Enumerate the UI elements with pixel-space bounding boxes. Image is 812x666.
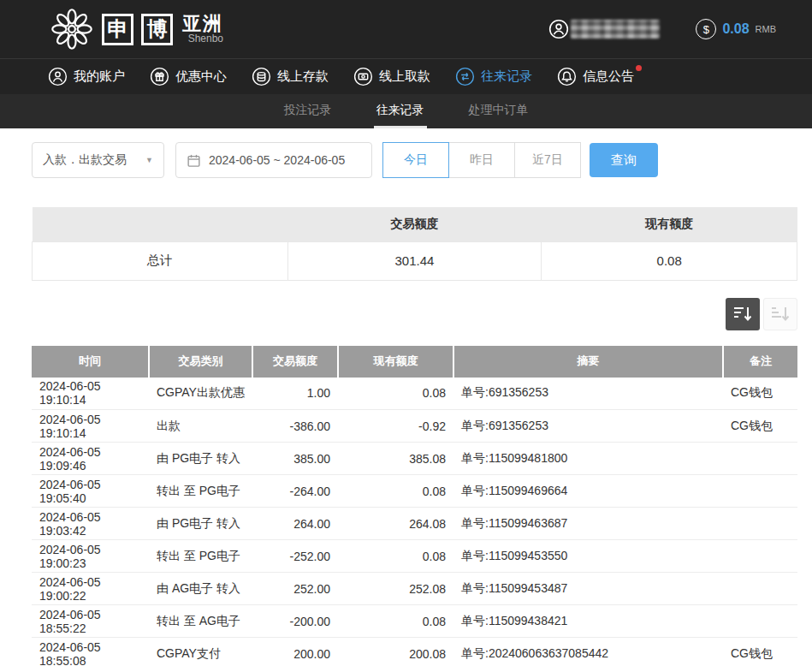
- balance-currency: RMB: [756, 24, 776, 34]
- sort-descending-button[interactable]: [726, 298, 760, 330]
- tab-betting-records[interactable]: 投注记录: [282, 94, 335, 128]
- table-row: 2024-06-05 19:03:42 由 PG电子 转入 264.00 264…: [32, 508, 797, 540]
- flower-logo-icon: [50, 7, 94, 51]
- cell-transaction-amount: -264.00: [252, 475, 338, 508]
- cell-type: 由 PG电子 转入: [149, 508, 252, 540]
- cell-current-amount: -0.92: [338, 410, 453, 443]
- tab-label: 往来记录: [376, 103, 424, 118]
- nav-item-records[interactable]: 往来记录: [455, 67, 532, 86]
- cell-type: 转出 至 AG电子: [149, 605, 252, 638]
- summary-total-label: 总计: [33, 241, 288, 280]
- cell-summary: 单号:115099438421: [453, 605, 723, 638]
- summary-total-row: 总计 301.44 0.08: [33, 241, 797, 280]
- balance-amount: 0.08: [722, 21, 749, 37]
- quick-range-yesterday[interactable]: 昨日: [448, 142, 515, 178]
- summary-header-transaction-amount: 交易额度: [287, 207, 542, 241]
- table-row: 2024-06-05 19:05:40 转出 至 PG电子 -264.00 0.…: [32, 475, 797, 508]
- sub-nav: 投注记录 往来记录 处理中订单: [0, 94, 812, 128]
- cell-time: 2024-06-05 19:03:42: [32, 508, 149, 540]
- cell-type: 转出 至 PG电子: [149, 540, 252, 573]
- sort-ascending-icon: [770, 305, 791, 324]
- col-header-current-amount: 现有额度: [338, 346, 453, 378]
- cell-remark: [723, 573, 797, 605]
- quick-range-group: 今日 昨日 近7日: [383, 142, 581, 178]
- balance-display[interactable]: $ 0.08 RMB: [696, 19, 776, 39]
- transaction-type-dropdown[interactable]: 入款．出款交易 ▼: [32, 142, 164, 178]
- username-blurred: [571, 20, 660, 39]
- main-nav: 我的账户 优惠中心 线上存款 线上取款 往来: [0, 58, 812, 94]
- sort-controls: [32, 298, 797, 330]
- sort-ascending-button[interactable]: [763, 298, 797, 330]
- cell-type: 由 AG电子 转入: [149, 573, 252, 605]
- logo-char-shen: 申: [102, 14, 133, 45]
- site-logo[interactable]: 申 博 亚洲 Shenbo: [50, 7, 223, 51]
- cell-type: 由 PG电子 转入: [149, 443, 252, 475]
- summary-table: 交易额度 现有额度 总计 301.44 0.08: [32, 207, 797, 281]
- withdraw-icon: [353, 67, 373, 86]
- transactions-table: 时间 交易类别 交易额度 现有额度 摘要 备注 2024-06-05 19:10…: [32, 346, 797, 666]
- nav-label: 线上取款: [379, 68, 430, 85]
- logo-region-text: 亚洲: [182, 14, 223, 33]
- summary-header-empty: [33, 207, 288, 241]
- cell-summary: 单号:691356253: [453, 410, 723, 443]
- cell-current-amount: 264.08: [338, 508, 453, 540]
- table-row: 2024-06-05 19:00:23 转出 至 PG电子 -252.00 0.…: [32, 540, 797, 573]
- logo-char-bo: 博: [141, 14, 173, 45]
- cell-summary: 单号:115099481800: [453, 443, 723, 475]
- quick-range-today[interactable]: 今日: [382, 142, 449, 178]
- records-icon: [455, 67, 475, 86]
- user-account-chip[interactable]: [548, 19, 660, 39]
- nav-item-promotions[interactable]: 优惠中心: [150, 67, 227, 86]
- tab-label: 投注记录: [284, 103, 332, 118]
- cell-time: 2024-06-05 18:55:08: [32, 638, 149, 666]
- tab-label: 处理中订单: [469, 103, 529, 118]
- bell-icon: [557, 67, 577, 86]
- search-button[interactable]: 查询: [590, 143, 658, 177]
- filter-bar: 入款．出款交易 ▼ 2024-06-05 ~ 2024-06-05 今日 昨日 …: [0, 128, 812, 178]
- col-header-transaction-amount: 交易额度: [252, 346, 338, 378]
- nav-item-deposit[interactable]: 线上存款: [252, 67, 329, 86]
- cell-time: 2024-06-05 19:10:14: [32, 378, 149, 410]
- cell-transaction-amount: 264.00: [252, 508, 338, 540]
- quick-range-last7days[interactable]: 近7日: [514, 142, 581, 178]
- tab-processing-orders[interactable]: 处理中订单: [466, 94, 531, 128]
- quick-range-label: 今日: [404, 152, 428, 168]
- col-header-remark: 备注: [723, 346, 797, 378]
- summary-current-total: 0.08: [542, 241, 797, 280]
- cell-remark: CG钱包: [723, 410, 797, 443]
- cell-summary: 单号:115099469664: [453, 475, 723, 508]
- cell-current-amount: 200.08: [338, 638, 453, 666]
- cell-summary: 单号:202406063637085442: [453, 638, 723, 666]
- cell-remark: CG钱包: [723, 378, 797, 410]
- cell-time: 2024-06-05 19:05:40: [32, 475, 149, 508]
- table-row: 2024-06-05 18:55:22 转出 至 AG电子 -200.00 0.…: [32, 605, 797, 638]
- table-row: 2024-06-05 19:10:14 出款 -386.00 -0.92 单号:…: [32, 410, 797, 443]
- nav-item-announcements[interactable]: 信息公告: [557, 67, 634, 86]
- summary-transaction-total: 301.44: [287, 241, 542, 280]
- summary-header-current-amount: 现有额度: [542, 207, 797, 241]
- col-header-type: 交易类别: [149, 346, 252, 378]
- cell-remark: [723, 508, 797, 540]
- table-row: 2024-06-05 19:09:46 由 PG电子 转入 385.00 385…: [32, 443, 797, 475]
- tab-transaction-records[interactable]: 往来记录: [374, 94, 427, 128]
- nav-label: 信息公告: [583, 68, 634, 85]
- cell-transaction-amount: -386.00: [252, 410, 338, 443]
- cell-current-amount: 385.08: [338, 443, 453, 475]
- cell-current-amount: 0.08: [338, 378, 453, 410]
- nav-item-withdraw[interactable]: 线上取款: [353, 67, 430, 86]
- table-row: 2024-06-05 19:10:14 CGPAY出款优惠 1.00 0.08 …: [32, 378, 797, 410]
- cell-summary: 单号:115099463687: [453, 508, 723, 540]
- cell-transaction-amount: -252.00: [252, 540, 338, 573]
- date-range-picker[interactable]: 2024-06-05 ~ 2024-06-05: [175, 142, 372, 178]
- nav-label: 往来记录: [481, 68, 532, 85]
- logo-subtitle: Shenbo: [182, 33, 223, 45]
- nav-item-my-account[interactable]: 我的账户: [48, 67, 125, 86]
- cell-current-amount: 0.08: [338, 540, 453, 573]
- col-header-time: 时间: [32, 346, 149, 378]
- cell-transaction-amount: 200.00: [252, 638, 338, 666]
- nav-label: 线上存款: [277, 68, 329, 85]
- cell-remark: [723, 540, 797, 573]
- chevron-down-icon: ▼: [145, 156, 153, 164]
- cell-summary: 单号:115099453487: [453, 573, 723, 605]
- user-icon: [48, 67, 68, 86]
